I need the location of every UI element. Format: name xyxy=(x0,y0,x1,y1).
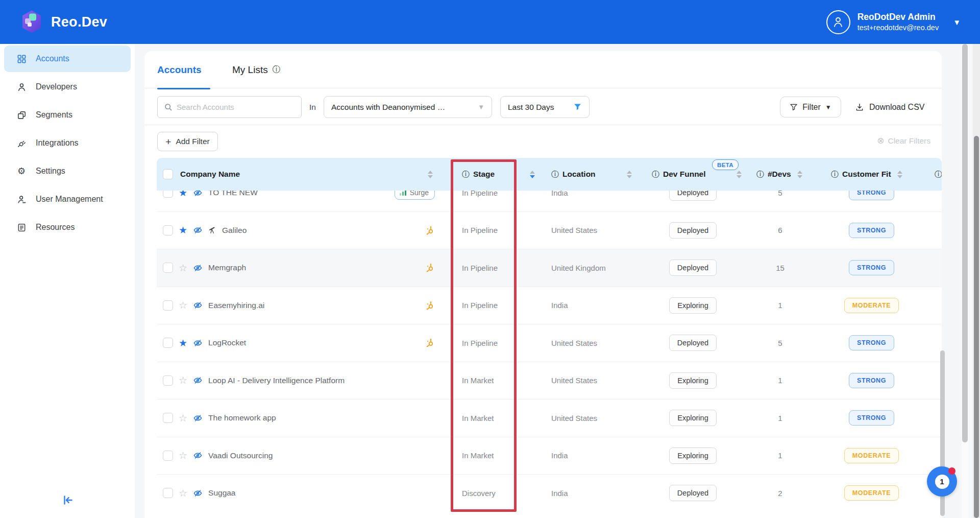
dev-funnel-badge[interactable]: Exploring xyxy=(669,448,716,464)
info-icon[interactable]: ⓘ xyxy=(273,64,281,75)
star-outline-icon[interactable]: ☆ xyxy=(179,488,187,498)
sort-company-name[interactable] xyxy=(428,171,433,178)
search-accounts-input[interactable] xyxy=(177,103,289,111)
eye-slash-icon[interactable] xyxy=(193,451,203,460)
row-checkbox[interactable] xyxy=(163,225,173,236)
table-row[interactable]: ☆ Vaadi Outsourcing In Market India Expl… xyxy=(157,437,942,475)
row-checkbox[interactable] xyxy=(163,488,173,498)
table-row[interactable]: ★ Galileo In Pipeline United States Depl… xyxy=(157,212,942,250)
sidebar-item-segments[interactable]: Segments xyxy=(4,102,131,128)
company-name[interactable]: Vaadi Outsourcing xyxy=(208,451,273,460)
date-range-dropdown[interactable]: Last 30 Days xyxy=(500,96,590,118)
sidebar-item-user-management[interactable]: User Management xyxy=(4,186,131,213)
star-outline-icon[interactable]: ☆ xyxy=(179,263,187,273)
row-checkbox[interactable] xyxy=(163,191,173,198)
company-name[interactable]: Loop AI - Delivery Intelligence Platform xyxy=(208,376,345,385)
info-icon[interactable]: ⓘ xyxy=(935,170,942,179)
star-filled-icon[interactable]: ★ xyxy=(179,191,187,198)
download-csv-button[interactable]: Download CSV xyxy=(855,97,925,117)
dev-funnel-badge[interactable]: Exploring xyxy=(669,297,716,314)
dev-funnel-badge[interactable]: Deployed xyxy=(669,222,717,239)
row-checkbox[interactable] xyxy=(163,300,173,311)
info-icon[interactable]: ⓘ xyxy=(652,170,659,179)
select-all-checkbox[interactable] xyxy=(163,169,173,179)
sidebar-item-settings[interactable]: ⚙ Settings xyxy=(4,158,131,184)
star-filled-icon[interactable]: ★ xyxy=(179,338,187,348)
info-icon[interactable]: ⓘ xyxy=(831,170,839,179)
sort-customer-fit[interactable] xyxy=(897,171,902,178)
info-icon[interactable]: ⓘ xyxy=(756,170,764,179)
column-header-location[interactable]: ⓘ Location xyxy=(541,158,638,191)
add-filter-button[interactable]: + Add Filter xyxy=(157,132,218,151)
tab-my-lists[interactable]: My Lists ⓘ xyxy=(232,51,281,88)
column-header-clipped[interactable]: ⓘ D xyxy=(921,158,942,191)
company-name[interactable]: Galileo xyxy=(222,226,247,235)
table-row[interactable]: ☆ Memgraph In Pipeline United Kingdom De… xyxy=(157,249,942,287)
dev-funnel-badge[interactable]: Deployed xyxy=(669,485,717,501)
sidebar-collapse-button[interactable] xyxy=(61,493,75,507)
row-checkbox[interactable] xyxy=(163,375,173,386)
row-checkbox[interactable] xyxy=(163,263,173,273)
column-header-stage[interactable]: ⓘ Stage xyxy=(439,158,541,191)
row-checkbox[interactable] xyxy=(163,413,173,423)
company-name[interactable]: Memgraph xyxy=(208,263,246,272)
content-scrollbar[interactable] xyxy=(962,44,968,518)
star-filled-icon[interactable]: ★ xyxy=(179,225,187,235)
eye-slash-icon[interactable] xyxy=(193,225,203,235)
user-menu[interactable]: ReoDotDev Admin test+reodotdev@reo.dev ▼ xyxy=(826,0,961,44)
filter-button[interactable]: Filter ▼ xyxy=(780,97,841,117)
column-header-company-name[interactable]: Company Name xyxy=(157,158,439,191)
sort-devs[interactable] xyxy=(797,171,802,178)
sort-location[interactable] xyxy=(627,171,632,178)
star-outline-icon[interactable]: ☆ xyxy=(179,451,187,460)
star-outline-icon[interactable]: ☆ xyxy=(179,375,187,385)
star-outline-icon[interactable]: ☆ xyxy=(179,300,187,310)
eye-slash-icon[interactable] xyxy=(193,375,203,385)
dev-funnel-badge[interactable]: Deployed xyxy=(669,335,717,351)
company-name[interactable]: TO THE NEW xyxy=(208,191,258,197)
tab-accounts[interactable]: Accounts xyxy=(157,51,202,88)
search-accounts-box[interactable] xyxy=(157,96,302,118)
company-name[interactable]: The homework app xyxy=(208,413,276,422)
table-row[interactable]: ☆ The homework app In Market United Stat… xyxy=(157,399,942,437)
eye-slash-icon[interactable] xyxy=(193,300,203,310)
eye-slash-icon[interactable] xyxy=(193,413,203,423)
column-header-devs[interactable]: ⓘ #Devs xyxy=(748,158,806,191)
column-header-customer-fit[interactable]: ⓘ Customer Fit xyxy=(806,158,921,191)
clear-filters-button[interactable]: ⊗ Clear Filters xyxy=(877,135,930,146)
info-icon[interactable]: ⓘ xyxy=(551,170,559,179)
table-row[interactable]: ☆ Easemyhiring.ai In Pipeline India Expl… xyxy=(157,287,942,325)
dev-funnel-badge[interactable]: Exploring xyxy=(669,372,716,389)
eye-slash-icon[interactable] xyxy=(193,488,203,498)
page-scrollbar-thumb[interactable] xyxy=(974,136,979,518)
dev-funnel-badge[interactable]: Deployed xyxy=(669,191,717,201)
sort-dev-funnel[interactable] xyxy=(737,171,742,178)
star-outline-icon[interactable]: ☆ xyxy=(179,413,187,423)
page-scrollbar[interactable] xyxy=(973,44,980,518)
dev-funnel-badge[interactable]: Deployed xyxy=(669,260,717,276)
notification-fab[interactable]: 1 xyxy=(927,466,957,497)
row-checkbox[interactable] xyxy=(163,338,173,348)
table-row[interactable]: ☆ Suggaa Discovery India Deployed 2 MODE… xyxy=(157,475,942,510)
dev-funnel-badge[interactable]: Exploring xyxy=(669,410,716,426)
eye-slash-icon[interactable] xyxy=(193,191,203,198)
sort-stage[interactable] xyxy=(530,171,535,178)
table-row[interactable]: ☆ Loop AI - Delivery Intelligence Platfo… xyxy=(157,362,942,400)
company-name[interactable]: Easemyhiring.ai xyxy=(208,301,264,310)
info-icon[interactable]: ⓘ xyxy=(462,170,470,179)
table-row[interactable]: ★ TO THE NEW Surge In Pipeline India Dep… xyxy=(157,191,942,212)
content-scrollbar-thumb[interactable] xyxy=(962,44,968,442)
account-list-dropdown[interactable]: Accounts with Deanonymised … ▼ xyxy=(324,96,492,118)
company-name[interactable]: LogRocket xyxy=(208,338,246,347)
sidebar-item-resources[interactable]: Resources xyxy=(4,214,131,241)
sidebar-item-accounts[interactable]: Accounts xyxy=(4,45,131,72)
row-checkbox[interactable] xyxy=(163,451,173,461)
sidebar-item-developers[interactable]: Developers xyxy=(4,74,131,100)
company-name[interactable]: Suggaa xyxy=(208,488,235,498)
eye-slash-icon[interactable] xyxy=(193,263,203,273)
sidebar-item-integrations[interactable]: Integrations xyxy=(4,130,131,156)
user-menu-caret-icon[interactable]: ▼ xyxy=(953,18,961,27)
brand[interactable]: Reo.Dev xyxy=(20,10,107,34)
eye-slash-icon[interactable] xyxy=(193,338,203,348)
table-row[interactable]: ★ LogRocket In Pipeline United States De… xyxy=(157,324,942,362)
